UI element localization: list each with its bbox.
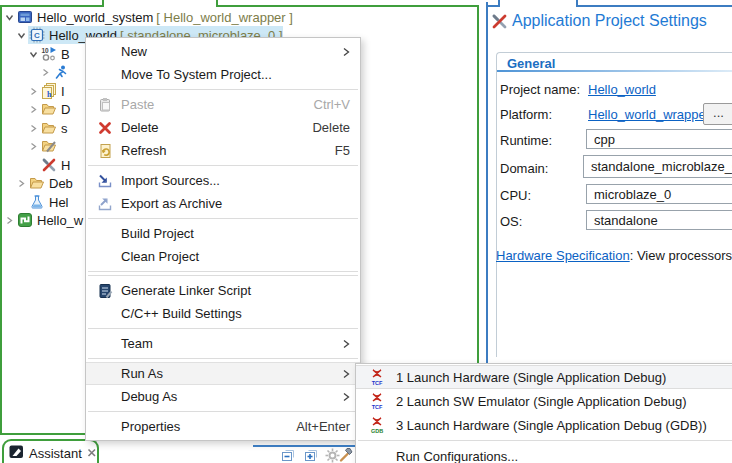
tree-item-folder-edit[interactable] bbox=[27, 137, 64, 155]
hammer-icon[interactable] bbox=[338, 446, 355, 463]
menu-item-export-archive[interactable]: Export as Archive bbox=[86, 192, 360, 215]
os-label: OS: bbox=[500, 214, 522, 229]
collapse-all-icon[interactable] bbox=[281, 448, 296, 463]
submenu-arrow-icon bbox=[340, 339, 350, 349]
assistant-icon bbox=[9, 444, 24, 462]
menu-item-run-as[interactable]: Run As bbox=[86, 362, 360, 385]
hardware-specification-link[interactable]: Hardware Specification bbox=[496, 248, 630, 263]
expander-expanded-icon[interactable] bbox=[27, 49, 40, 60]
menu-item-team[interactable]: Team bbox=[86, 332, 360, 355]
settings-title: Application Project Settings bbox=[512, 12, 707, 30]
platform-browse-button[interactable]: ... bbox=[703, 103, 732, 125]
expander-collapsed-icon[interactable] bbox=[27, 104, 40, 115]
expander-collapsed-icon[interactable] bbox=[3, 215, 16, 226]
submenu-arrow-icon bbox=[340, 369, 350, 379]
tree-item-elf-binary[interactable] bbox=[39, 63, 76, 81]
menu-item-move-to-system-project[interactable]: Move To System Project... bbox=[86, 63, 360, 86]
close-icon[interactable] bbox=[87, 446, 97, 461]
menu-item-generate-linker-script[interactable]: Generate Linker Script bbox=[86, 279, 360, 302]
svg-text:TCF: TCF bbox=[372, 404, 383, 410]
submenu-arrow-icon bbox=[340, 47, 350, 57]
menu-separator bbox=[88, 89, 358, 90]
expand-all-icon[interactable] bbox=[304, 448, 319, 463]
tree-item-label: H bbox=[57, 158, 73, 173]
menu-item-new[interactable]: New bbox=[86, 40, 360, 63]
submenu-arrow-icon bbox=[340, 392, 350, 402]
tree-item-includes[interactable]: h I bbox=[27, 82, 68, 100]
import-icon bbox=[93, 173, 117, 189]
expander-expanded-icon[interactable] bbox=[15, 30, 28, 41]
menu-item-delete[interactable]: Delete Delete bbox=[86, 116, 360, 139]
platform-link[interactable]: Hello_world_wrapper bbox=[588, 107, 710, 122]
tree-item-label: s bbox=[57, 121, 71, 136]
general-section-header: General bbox=[507, 56, 555, 71]
tree-item-prj-file[interactable]: H bbox=[27, 156, 73, 174]
tree-item-system-project[interactable]: Hello_world_system [ Hello_world_wrapper… bbox=[3, 8, 293, 26]
domain-input[interactable] bbox=[583, 155, 732, 178]
paste-icon bbox=[93, 97, 117, 113]
delete-icon bbox=[93, 120, 117, 136]
tree-item-platform-project[interactable]: Hello_w bbox=[3, 211, 86, 229]
cpu-input[interactable] bbox=[586, 184, 732, 204]
menu-item-paste: Paste Ctrl+V bbox=[86, 93, 360, 116]
submenu-item-run-configurations[interactable]: Run Configurations... bbox=[356, 444, 732, 463]
expander-expanded-icon[interactable] bbox=[3, 12, 16, 23]
submenu-item-launch-hardware-gdb[interactable]: GDB 3 Launch Hardware (Single Applicatio… bbox=[356, 413, 732, 437]
submenu-item-launch-hardware[interactable]: TCF 1 Launch Hardware (Single Applicatio… bbox=[356, 365, 732, 389]
tree-item-binaries[interactable]: 10 B bbox=[27, 45, 73, 63]
app-project-chip-icon: C bbox=[28, 27, 45, 43]
tree-item-sprj-file[interactable]: Hel bbox=[15, 193, 72, 211]
gdb-launch-icon: GDB bbox=[364, 417, 390, 433]
os-input[interactable] bbox=[586, 210, 732, 230]
expander-collapsed-icon[interactable] bbox=[15, 178, 28, 189]
menu-item-debug-as[interactable]: Debug As bbox=[86, 385, 360, 408]
menu-separator bbox=[88, 218, 358, 219]
expander-collapsed-icon[interactable] bbox=[27, 141, 40, 152]
assistant-tab-label: Assistant bbox=[24, 446, 87, 461]
domain-label: Domain: bbox=[500, 161, 548, 176]
tree-item-folder-s[interactable]: s bbox=[27, 119, 71, 137]
vitis-window: Hello_world_system [ Hello_world_wrapper… bbox=[0, 0, 732, 463]
tcf-launch-icon: TCF bbox=[364, 369, 390, 385]
menu-item-refresh[interactable]: Refresh F5 bbox=[86, 139, 360, 162]
tree-item-label: Deb bbox=[45, 176, 76, 191]
menu-item-build-project[interactable]: Build Project bbox=[86, 222, 360, 245]
run-as-submenu: TCF 1 Launch Hardware (Single Applicatio… bbox=[355, 363, 732, 463]
tree-item-label: Hello_world_system bbox=[33, 10, 156, 25]
hardware-specification-text: : View processors, m bbox=[630, 248, 732, 263]
elf-binary-icon bbox=[52, 64, 69, 80]
export-icon bbox=[93, 196, 117, 212]
tree-item-label: D bbox=[57, 102, 73, 117]
menu-item-cpp-build-settings[interactable]: C/C++ Build Settings bbox=[86, 302, 360, 325]
project-name-link[interactable]: Hello_world bbox=[588, 82, 656, 97]
project-name-label: Project name: bbox=[500, 82, 580, 97]
svg-text:GDB: GDB bbox=[371, 428, 383, 434]
tools-icon bbox=[40, 157, 57, 173]
runtime-label: Runtime: bbox=[500, 133, 552, 148]
expander-collapsed-icon[interactable] bbox=[39, 67, 52, 78]
svg-text:C: C bbox=[34, 31, 40, 40]
menu-separator bbox=[88, 358, 358, 359]
menu-item-import-sources[interactable]: Import Sources... bbox=[86, 169, 360, 192]
system-project-icon bbox=[16, 9, 33, 25]
svg-text:h: h bbox=[47, 90, 52, 99]
menu-separator bbox=[88, 271, 358, 272]
flask-icon bbox=[28, 194, 45, 210]
menu-separator bbox=[88, 275, 358, 276]
submenu-item-launch-sw-emulator[interactable]: TCF 2 Launch SW Emulator (Single Applica… bbox=[356, 389, 732, 413]
tree-item-folder-d[interactable]: D bbox=[27, 100, 73, 118]
platform-project-icon bbox=[16, 212, 33, 228]
expander-collapsed-icon[interactable] bbox=[27, 86, 40, 97]
context-menu: New Move To System Project... Paste Ctrl… bbox=[85, 37, 361, 441]
expander-collapsed-icon[interactable] bbox=[27, 123, 40, 134]
tree-item-debug-folder[interactable]: Deb bbox=[15, 174, 76, 192]
general-section-underline bbox=[497, 70, 732, 72]
menu-item-clean-project[interactable]: Clean Project bbox=[86, 245, 360, 268]
assistant-tab[interactable]: Assistant bbox=[2, 439, 99, 463]
linker-script-icon bbox=[93, 283, 117, 299]
menu-separator bbox=[88, 328, 358, 329]
menu-separator bbox=[88, 165, 358, 166]
menu-item-properties[interactable]: Properties Alt+Enter bbox=[86, 415, 360, 438]
menu-separator bbox=[88, 411, 358, 412]
runtime-input[interactable] bbox=[586, 129, 732, 149]
